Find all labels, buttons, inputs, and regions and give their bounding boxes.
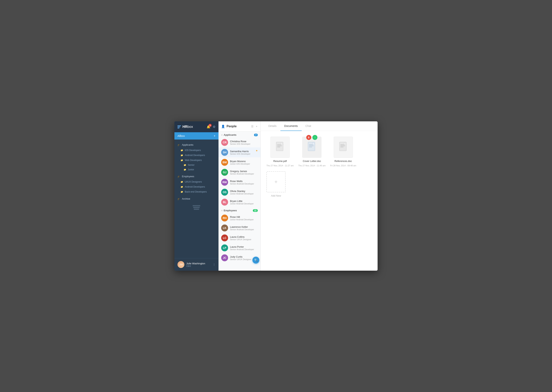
search-fab-button[interactable]: 🔍 — [252, 257, 259, 264]
person-name: Rose Hill — [230, 216, 258, 218]
middle-title-row: 👤 People — [221, 125, 237, 128]
doc-icon-wrapper-resume — [270, 137, 290, 158]
document-card-resume[interactable]: Resume.pdf Thu 27 Nov, 2014 - 11:27 am — [266, 137, 294, 167]
add-person-button[interactable]: + — [255, 124, 258, 128]
delete-document-button[interactable]: 🗑 — [306, 135, 311, 140]
app-container: HRbox 🔔 9 ⚙ Allbox + 🎓 Applicants — [174, 121, 378, 271]
sidebar-user-name: Julie Washington — [186, 262, 211, 265]
person-name: Bryan Little — [230, 200, 258, 203]
person-name: Samantha Harris — [230, 150, 258, 153]
stack-decoration — [174, 203, 218, 212]
sidebar-item-backend-developers[interactable]: 📁 Back-end Developers — [174, 189, 218, 194]
person-role: Senior Android Developer — [230, 228, 258, 231]
folder-icon: 📁 — [181, 154, 183, 157]
person-role: Senior iOS Developer — [230, 153, 258, 155]
people-list: ≡ Applicants 7 CR Christina Rose Senior … — [218, 132, 261, 271]
upload-document-button[interactable]: ↑ — [312, 135, 317, 140]
person-item-olivia-stanley[interactable]: OS Olivia Stanley Junior Android Develop… — [218, 187, 261, 197]
doc-name-references: References.doc — [334, 160, 352, 162]
notifications-button[interactable]: 🔔 9 — [207, 125, 211, 129]
sidebar-logo: HRbox — [177, 125, 193, 129]
tab-details[interactable]: Details — [264, 121, 280, 131]
archive-label: Archive — [182, 197, 190, 200]
folder-icon: 📁 — [181, 181, 183, 183]
document-card-references[interactable]: References.doc Fri 28 Nov, 2014 - 09:48 … — [330, 137, 356, 167]
sidebar-item-android-developers[interactable]: 📁 Android Developers — [174, 153, 218, 158]
doc-icon-wrapper-references — [334, 137, 353, 158]
settings-button[interactable]: ⚙ — [213, 125, 215, 129]
file-icon-references — [339, 142, 348, 153]
middle-panel: 👤 People ☰ + ≡ Applicants 7 CR — [218, 121, 261, 271]
employees-section-header: ≡ Employees 15 — [218, 207, 261, 213]
applicants-count-badge: 7 — [254, 133, 258, 136]
backend-developers-label: Back-end Developers — [185, 190, 207, 193]
filter-button[interactable]: ☰ — [251, 124, 254, 128]
person-item-laura-porter[interactable]: LP Laura Porter Senior Android Developer — [218, 243, 261, 253]
person-item-rose-hill[interactable]: RH Rose Hill Junior Android Developer — [218, 213, 261, 223]
people-icon: 👤 — [221, 125, 225, 128]
folder-icon: 📁 — [181, 186, 183, 188]
sidebar-item-senior[interactable]: 📁 Senior — [174, 163, 218, 167]
right-tabs: Details Documents Chat — [261, 121, 378, 131]
sidebar-nav: 🎓 Applicants 📁 iOS Developers 📁 Android … — [174, 140, 218, 258]
applicants-label: Applicants — [182, 143, 193, 146]
document-card-cover-letter[interactable]: 🗑 ↑ Cover Letter.doc — [298, 137, 326, 167]
avatar-rose-wells: RW — [221, 179, 228, 186]
person-item-bryan-little[interactable]: BL Bryan Little Junior Android Developer — [218, 197, 261, 207]
folder-icon: 📁 — [181, 149, 183, 152]
allbox-button[interactable]: Allbox + — [174, 132, 218, 140]
sidebar-user-info: Julie Washington CEO — [186, 262, 211, 267]
person-item-lawrence-keller[interactable]: LK Lawrence Keller Senior Android Develo… — [218, 223, 261, 233]
sidebar-item-web-developers[interactable]: 📁 Web Developers — [174, 158, 218, 163]
person-item-christina-rose[interactable]: CR Christina Rose Senior iOS Developer — [218, 137, 261, 147]
sidebar-item-applicants[interactable]: 🎓 Applicants — [174, 142, 218, 148]
star-icon: ★ — [256, 149, 258, 152]
add-new-document-card[interactable]: + Add New — [266, 171, 286, 197]
sidebar-item-archive[interactable]: 🎓 Archive — [174, 196, 218, 202]
person-item-laura-collins[interactable]: LC Laura Collins Senior UI/UX Designer — [218, 233, 261, 243]
sidebar-item-uiux-designers[interactable]: 📁 UI/UX Designers — [174, 179, 218, 184]
documents-area: Resume.pdf Thu 27 Nov, 2014 - 11:27 am 🗑… — [261, 131, 378, 271]
person-name: Laura Collins — [230, 235, 258, 238]
logo-text: HRbox — [182, 125, 193, 129]
people-title: People — [226, 125, 237, 128]
tab-chat[interactable]: Chat — [302, 121, 315, 131]
person-item-gregory-james[interactable]: GJ Gregory James Senior Android Develope… — [218, 167, 261, 177]
current-user-avatar: JW — [177, 261, 184, 268]
person-item-samantha-harris[interactable]: SH Samantha Harris Senior iOS Developer … — [218, 147, 261, 157]
person-item-bryan-moreno[interactable]: BM Bryan Moreno Junior iOS Developer — [218, 157, 261, 167]
doc-icon-wrapper-cover-letter: 🗑 ↑ — [302, 137, 321, 158]
sidebar-header: HRbox 🔔 9 ⚙ — [174, 121, 218, 132]
person-info: Lawrence Keller Senior Android Developer — [230, 225, 258, 231]
allbox-label: Allbox — [177, 134, 185, 137]
person-item-judy-curtis[interactable]: JC Judy Curtis Senior UI/UX Designer 🔍 — [218, 253, 261, 263]
user-menu-button[interactable]: ⋮ — [213, 263, 215, 266]
file-icon-resume — [276, 142, 284, 153]
avatar-initials: JW — [179, 263, 183, 266]
senior-label: Senior — [188, 164, 195, 166]
avatar-bryan-little: BL — [221, 199, 228, 206]
sidebar-item-ios-developers[interactable]: 📁 iOS Developers — [174, 148, 218, 153]
archive-icon: 🎓 — [177, 197, 180, 200]
android-developers-label: Android Developers — [185, 154, 205, 157]
sidebar-item-junior[interactable]: 📁 Junior — [174, 167, 218, 172]
sidebar: HRbox 🔔 9 ⚙ Allbox + 🎓 Applicants — [174, 121, 218, 271]
person-item-rose-wells[interactable]: RW Rose Wells Senior Android Developer — [218, 177, 261, 187]
person-role: Junior Android Developer — [230, 218, 258, 221]
person-role: Senior iOS Developer — [230, 143, 258, 145]
person-role: Junior Android Developer — [230, 203, 258, 205]
person-role: Senior Android Developer — [230, 182, 258, 185]
avatar-olivia-stanley: OS — [221, 189, 228, 196]
person-info: Laura Porter Senior Android Developer — [230, 245, 258, 251]
person-role: Senior UI/UX Designer — [230, 238, 258, 241]
person-info: Bryan Moreno Junior iOS Developer — [230, 160, 258, 165]
employees-label: Employees — [182, 175, 194, 178]
avatar-samantha-harris: SH — [221, 149, 228, 156]
employees-section-label: Employees — [224, 209, 237, 212]
person-role: Junior Android Developer — [230, 193, 258, 195]
avatar-laura-porter: LP — [221, 245, 228, 251]
tab-documents[interactable]: Documents — [280, 121, 302, 131]
doc-overlay-icons: 🗑 ↑ — [306, 135, 317, 140]
sidebar-item-employees[interactable]: 🎓 Employees — [174, 173, 218, 179]
sidebar-item-android-employees[interactable]: 📁 Android Developers — [174, 184, 218, 189]
